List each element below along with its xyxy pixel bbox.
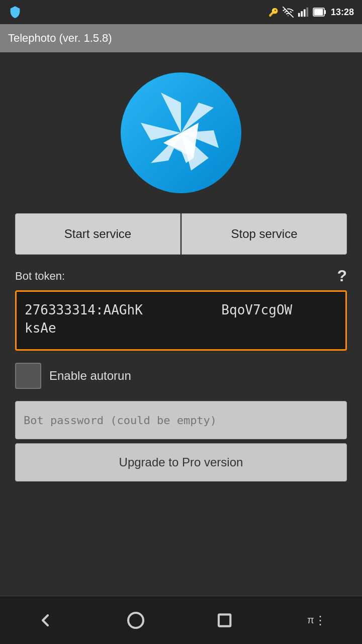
svg-rect-2: [304, 10, 306, 17]
home-button[interactable]: [116, 600, 156, 640]
bot-token-label: Bot token:: [15, 270, 65, 283]
menu-dots: ⋮: [314, 613, 326, 627]
back-button[interactable]: [25, 600, 65, 640]
service-buttons: Start service Stop service: [15, 213, 347, 255]
recent-icon: [216, 610, 236, 630]
battery-icon: [313, 7, 327, 18]
app-logo: [121, 72, 241, 193]
app-title: Telephoto (ver. 1.5.8): [8, 32, 112, 45]
svg-rect-1: [301, 11, 303, 17]
svg-rect-6: [314, 9, 323, 16]
status-bar: 🔑 13:28: [0, 0, 362, 24]
start-service-button[interactable]: Start service: [15, 213, 180, 255]
autorun-checkbox[interactable]: [15, 363, 41, 389]
svg-rect-0: [298, 13, 300, 17]
back-icon: [35, 610, 55, 630]
extra-info: π ⋮: [297, 600, 337, 640]
help-icon[interactable]: ?: [337, 267, 347, 285]
logo-svg: [131, 83, 231, 183]
shield-icon: [8, 5, 22, 19]
home-icon: [126, 610, 146, 630]
pi-label: π: [307, 614, 314, 626]
autorun-row: Enable autorun: [15, 363, 347, 389]
svg-rect-3: [306, 8, 308, 17]
recent-button[interactable]: [206, 600, 246, 640]
svg-point-7: [128, 613, 143, 628]
key-icon: 🔑: [268, 8, 279, 17]
stop-service-button[interactable]: Stop service: [182, 213, 347, 255]
bot-token-row: Bot token: ?: [15, 267, 347, 285]
upgrade-button[interactable]: Upgrade to Pro version: [15, 443, 347, 481]
token-input[interactable]: 276333314:AAGhK BqoV7cgOW ksAe: [15, 290, 347, 351]
svg-rect-8: [219, 614, 230, 626]
status-time: 13:28: [331, 7, 354, 18]
autorun-label: Enable autorun: [49, 369, 131, 383]
password-input[interactable]: [15, 401, 347, 439]
signal-icon: [298, 7, 309, 18]
status-bar-right: 🔑 13:28: [268, 7, 354, 18]
title-bar: Telephoto (ver. 1.5.8): [0, 24, 362, 52]
svg-rect-5: [324, 10, 326, 14]
nav-bar: π ⋮: [0, 596, 362, 644]
main-content: Start service Stop service Bot token: ? …: [0, 52, 362, 596]
status-bar-left: [8, 5, 22, 19]
wifi-icon: [283, 7, 294, 18]
